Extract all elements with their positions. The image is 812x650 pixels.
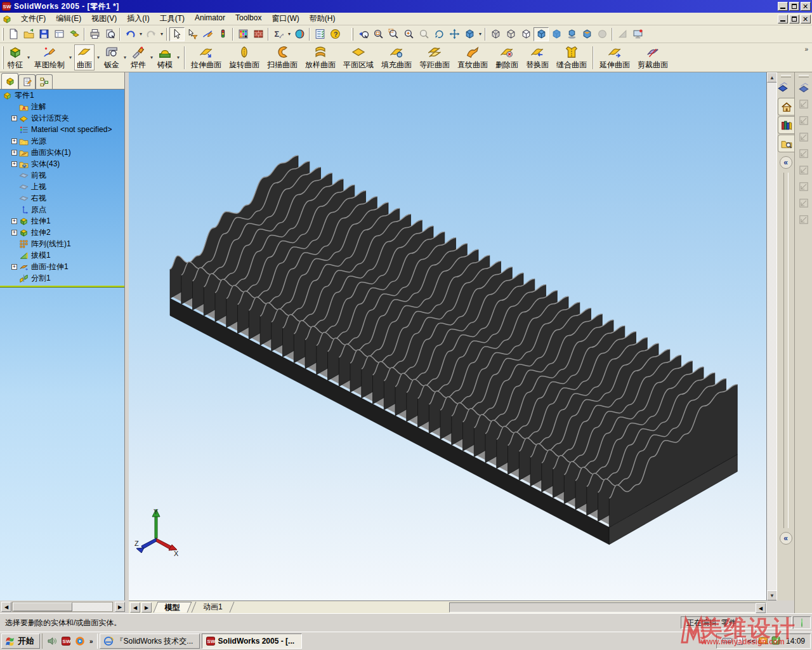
tree-horizontal-scrollbar[interactable]: ◀ ▶ <box>0 600 125 613</box>
toolbar-grip[interactable] <box>2 46 4 69</box>
tree-hscroll-left[interactable]: ◀ <box>1 602 11 612</box>
shadows-button[interactable] <box>564 27 579 41</box>
draft-analysis-button[interactable] <box>615 27 630 41</box>
delete-face-button[interactable]: 删除面 <box>492 44 522 70</box>
animation-tab[interactable]: 动画1 <box>192 602 235 613</box>
right-toolbar-rr-blue-button[interactable] <box>796 80 811 95</box>
tree-item-lighting[interactable]: +光源 <box>0 135 124 147</box>
tree-expander[interactable]: + <box>11 264 17 270</box>
fill-surface-button[interactable]: 填充曲面 <box>377 44 416 70</box>
featuremanager-tab[interactable] <box>1 73 18 89</box>
right-toolbar-rr-dim-4-button[interactable] <box>796 146 811 161</box>
mold-tab-dropdown[interactable]: ▾ <box>174 55 182 60</box>
help-button[interactable]: ? <box>327 27 343 41</box>
ruled-surface-button[interactable]: 直纹曲面 <box>454 44 492 70</box>
menu-file[interactable]: 文件(F) <box>16 12 51 25</box>
tree-item-surface-extrude1[interactable]: +曲面-拉伸1 <box>0 261 124 272</box>
tray-collapse-chevron[interactable]: << <box>747 637 756 645</box>
loft-surface-button[interactable]: 放样曲面 <box>301 44 339 70</box>
color-palette-button[interactable] <box>235 27 251 41</box>
curvature-button[interactable] <box>292 27 307 41</box>
options-checklist-button[interactable] <box>312 27 327 41</box>
make-assembly-button[interactable] <box>67 27 82 41</box>
extend-surface-button[interactable]: 延伸曲面 <box>596 44 634 70</box>
display-monitor-button[interactable] <box>630 27 645 41</box>
rebuild-button[interactable] <box>251 27 266 41</box>
right-toolbar-rr-dim-7-button[interactable] <box>796 196 811 211</box>
select-arrow-button[interactable] <box>169 27 185 41</box>
tree-item-top-plane[interactable]: 上视 <box>0 181 124 192</box>
design-library-tab[interactable] <box>778 116 794 134</box>
task-button-browser[interactable]: 『SolidWorks 技术交... <box>100 633 200 649</box>
redo-button[interactable] <box>143 27 159 41</box>
surfaces-tab-dropdown[interactable]: ▾ <box>95 55 102 60</box>
right-toolbar-rr-dim-8-button[interactable] <box>796 212 811 227</box>
trim-surface-button[interactable]: 剪裁曲面 <box>634 44 672 70</box>
tree-expander[interactable]: + <box>11 150 17 156</box>
quicklaunch-volume-button[interactable] <box>45 634 59 648</box>
doc-close-button[interactable]: ✕ <box>801 15 811 23</box>
tree-item-origin[interactable]: 原点 <box>0 204 124 215</box>
tray-tray-doc[interactable] <box>735 635 745 647</box>
print-preview-button[interactable] <box>102 27 117 41</box>
shaded-button[interactable] <box>549 27 564 41</box>
weldments-tab[interactable]: 焊件 <box>129 44 148 70</box>
menu-view[interactable]: 视图(V) <box>86 12 122 25</box>
print-button[interactable] <box>87 27 102 41</box>
sweep-surface-button[interactable]: 扫描曲面 <box>263 44 301 70</box>
shaded-with-edges-button[interactable] <box>534 27 549 41</box>
sheetmetal-tab[interactable]: 钣金 <box>102 44 121 70</box>
menu-toolbox[interactable]: Toolbox <box>230 12 266 25</box>
zoom-select-button[interactable] <box>416 27 431 41</box>
features-tab-dropdown[interactable]: ▾ <box>25 55 32 60</box>
rotate-view-button[interactable] <box>431 27 447 41</box>
tree-item-design-binder[interactable]: +设计活页夹 <box>0 112 124 124</box>
right-toolbar-rr-dim-3-button[interactable] <box>796 129 811 145</box>
tree-expander[interactable]: + <box>11 161 17 167</box>
restore-button[interactable] <box>789 2 799 11</box>
quicklaunch-media-player-button[interactable] <box>73 634 87 648</box>
close-button[interactable]: ✕ <box>801 2 811 11</box>
sketch-tab-dropdown[interactable]: ▾ <box>67 55 74 60</box>
sheetmetal-tab-dropdown[interactable]: ▾ <box>121 55 129 60</box>
quick-launch-more-chevron[interactable]: » <box>88 638 95 645</box>
sketch-tab[interactable]: 草图绘制 <box>32 44 67 70</box>
tree-item-surface-bodies[interactable]: +曲面实体(1) <box>0 147 124 158</box>
realview-button[interactable] <box>594 27 610 41</box>
graphics-viewport[interactable]: YXZ <box>129 72 766 600</box>
tree-item-solid-bodies[interactable]: +实体(43) <box>0 158 124 169</box>
hidden-lines-removed-button[interactable] <box>518 27 534 41</box>
tree-expander[interactable]: + <box>11 218 17 224</box>
menu-animator[interactable]: Animator <box>190 12 230 25</box>
start-button[interactable]: 开始 <box>1 633 40 649</box>
extrude-surface-button[interactable]: 拉伸曲面 <box>187 44 225 70</box>
menu-help[interactable]: 帮助(H) <box>304 12 341 25</box>
undo-dropdown[interactable]: ▾ <box>138 31 143 37</box>
viewport-horizontal-scrollbar[interactable]: ◀ <box>449 602 766 613</box>
tree-item-front-plane[interactable]: 前视 <box>0 169 124 181</box>
standard-views-dropdown[interactable]: ▾ <box>478 31 483 37</box>
select-filter-button[interactable] <box>185 27 200 41</box>
right-toolbar-rr-dim-6-button[interactable] <box>796 179 811 194</box>
measure-button[interactable]: Σ <box>271 27 286 41</box>
tree-item-split1[interactable]: 分割1 <box>0 272 124 284</box>
tree-item-annotations[interactable]: A注解 <box>0 101 124 112</box>
task-button-solidworks[interactable]: SW SolidWorks 2005 - [... <box>202 633 302 649</box>
save-button[interactable] <box>36 27 51 41</box>
pan-button[interactable] <box>447 27 462 41</box>
right-toolbar-rr-dim-2-button[interactable] <box>796 113 811 128</box>
right-toolbar-grip[interactable] <box>799 75 809 77</box>
scroll-down-arrow[interactable]: ▼ <box>767 590 777 600</box>
sketch-pencil-button[interactable] <box>200 27 215 41</box>
viewport-vertical-scrollbar[interactable]: ▲ ▼ <box>766 72 776 600</box>
hidden-lines-visible-button[interactable] <box>503 27 518 41</box>
quicklaunch-sw-cube-button[interactable]: SW <box>59 634 73 648</box>
tab-scroll-right-arrow[interactable]: ▶ <box>141 602 152 613</box>
tab-scroll-left-arrow[interactable]: ◀ <box>130 602 140 613</box>
zoom-inout-button[interactable] <box>401 27 416 41</box>
tray-tray-green[interactable] <box>771 635 781 647</box>
weldments-tab-dropdown[interactable]: ▾ <box>148 55 155 60</box>
replace-face-button[interactable]: 替换面 <box>522 44 553 70</box>
toolbar-overflow-chevron[interactable]: » <box>804 43 812 72</box>
home-tab[interactable] <box>778 98 794 116</box>
